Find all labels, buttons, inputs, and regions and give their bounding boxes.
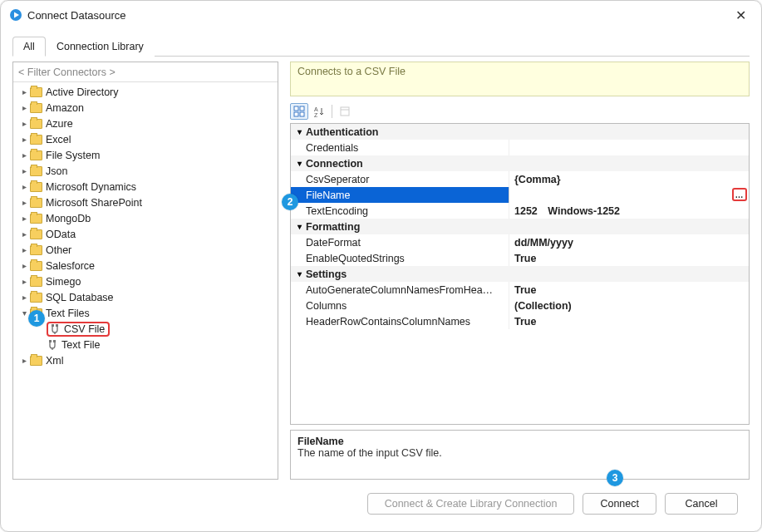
help-description: The name of the input CSV file. (297, 447, 742, 459)
chevron-down-icon[interactable]: ▾ (293, 159, 306, 168)
expander-icon[interactable]: ▸ (18, 87, 30, 96)
folder-icon (30, 87, 42, 97)
category-connection[interactable]: ▾Connection (291, 155, 749, 171)
close-icon[interactable]: ✕ (729, 6, 753, 25)
alphabetical-button[interactable]: AZ (310, 103, 328, 120)
chevron-down-icon[interactable]: ▾ (293, 269, 306, 278)
category-label: Connection (306, 158, 363, 170)
tree-item-text-files[interactable]: ▾Text Files (13, 305, 278, 321)
folder-icon (30, 261, 42, 271)
folder-icon (30, 103, 42, 113)
tree-item-label: MongoDb (46, 213, 91, 224)
filter-input[interactable]: < Filter Connectors > (13, 62, 278, 82)
svg-rect-10 (294, 112, 298, 116)
connect-button[interactable]: Connect (583, 493, 656, 515)
tree-item-label: Amazon (46, 102, 84, 114)
window-title: Connect Datasource (27, 9, 729, 22)
prop-columns[interactable]: Columns (Collection) (291, 298, 749, 313)
tree-item-microsoft-dynamics[interactable]: ▸Microsoft Dynamics (13, 179, 278, 195)
tree-item-label: Azure (46, 118, 73, 130)
categorized-button[interactable] (290, 103, 308, 120)
tree-item-label: Text Files (46, 308, 90, 319)
folder-icon (30, 182, 42, 192)
tab-all[interactable]: All (12, 37, 46, 57)
expander-icon[interactable]: ▸ (18, 261, 30, 270)
property-grid[interactable]: ▾Authentication Credentials ▾Connection … (290, 123, 750, 425)
folder-icon (30, 150, 42, 160)
tree-item-other[interactable]: ▸Other (13, 242, 278, 258)
tree-item-text-file[interactable]: Text File (13, 337, 278, 352)
tree-item-label: Xml (46, 355, 64, 367)
prop-textencoding[interactable]: TextEncoding 1252 Windows-1252 (291, 203, 749, 219)
expander-icon[interactable]: ▸ (18, 166, 30, 175)
svg-rect-9 (300, 106, 304, 111)
tree-item-salesforce[interactable]: ▸Salesforce (13, 258, 278, 273)
svg-rect-14 (341, 107, 349, 116)
folder-icon (30, 166, 42, 176)
expander-icon[interactable]: ▸ (18, 198, 30, 207)
category-formatting[interactable]: ▾Formatting (291, 219, 749, 234)
tree-item-label: OData (46, 229, 76, 240)
svg-text:Z: Z (314, 112, 318, 117)
prop-enablequotedstrings[interactable]: EnableQuotedStrings True (291, 250, 749, 266)
app-icon (9, 8, 22, 22)
chevron-down-icon[interactable]: ▾ (293, 222, 306, 231)
category-authentication[interactable]: ▾Authentication (291, 124, 749, 140)
folder-icon (30, 229, 42, 239)
tree-item-csv-file[interactable]: CSV File (13, 321, 278, 337)
tree-item-label: CSV File (64, 323, 105, 335)
prop-credentials[interactable]: Credentials (291, 140, 749, 155)
folder-icon (30, 119, 42, 129)
tab-connection-library[interactable]: Connection Library (46, 37, 155, 57)
cancel-button[interactable]: Cancel (665, 493, 738, 515)
category-settings[interactable]: ▾Settings (291, 266, 749, 282)
expander-icon[interactable]: ▸ (18, 214, 30, 223)
tree-item-amazon[interactable]: ▸Amazon (13, 100, 278, 116)
expander-icon[interactable]: ▸ (18, 245, 30, 254)
tree-item-microsoft-sharepoint[interactable]: ▸Microsoft SharePoint (13, 195, 278, 210)
connect-create-library-button: Connect & Create Library Connection (367, 493, 575, 515)
property-help: FileName The name of the input CSV file. (290, 430, 750, 480)
prop-dateformat[interactable]: DateFormat dd/MM/yyyy (291, 234, 749, 250)
tree-item-active-directory[interactable]: ▸Active Directory (13, 84, 278, 100)
category-label: Settings (306, 268, 347, 280)
svg-rect-8 (294, 106, 298, 111)
connector-icon (47, 340, 58, 350)
tree-item-sql-database[interactable]: ▸SQL Database (13, 289, 278, 305)
badge-1: 1 (28, 310, 45, 327)
tree-item-file-system[interactable]: ▸File System (13, 147, 278, 163)
tree-item-label: Microsoft Dynamics (46, 181, 136, 193)
tree-item-odata[interactable]: ▸OData (13, 226, 278, 242)
expander-icon[interactable]: ▸ (18, 103, 30, 112)
prop-csvseparator[interactable]: CsvSeperator {Comma} (291, 171, 749, 187)
prop-headerrow[interactable]: HeaderRowContainsColumnNames True (291, 313, 749, 329)
expander-icon[interactable]: ▸ (18, 293, 30, 302)
folder-icon (30, 245, 42, 255)
svg-rect-11 (300, 112, 304, 116)
browse-button[interactable]: … (732, 188, 747, 201)
folder-icon (30, 277, 42, 287)
tree-item-json[interactable]: ▸Json (13, 163, 278, 179)
svg-rect-5 (49, 340, 52, 342)
chevron-down-icon[interactable]: ▾ (293, 127, 306, 136)
prop-filename[interactable]: FileName … (291, 187, 749, 203)
tree-item-xml[interactable]: ▸Xml (13, 352, 278, 368)
tree-item-azure[interactable]: ▸Azure (13, 116, 278, 131)
prop-autogenerate[interactable]: AutoGenerateColumnNamesFromHeaderR True (291, 282, 749, 298)
connector-icon (49, 324, 61, 334)
selected-connector[interactable]: CSV File (47, 322, 110, 337)
badge-2: 2 (282, 194, 298, 210)
tree-item-mongodb[interactable]: ▸MongoDb (13, 210, 278, 226)
folder-icon (30, 293, 42, 303)
expander-icon[interactable]: ▸ (18, 229, 30, 239)
expander-icon[interactable]: ▸ (18, 277, 30, 286)
tree-item-label: Text File (61, 339, 101, 351)
tree-item-excel[interactable]: ▸Excel (13, 131, 278, 147)
expander-icon[interactable]: ▸ (18, 135, 30, 144)
expander-icon[interactable]: ▸ (18, 182, 30, 191)
expander-icon[interactable]: ▸ (18, 119, 30, 128)
tree-item-simego[interactable]: ▸Simego (13, 273, 278, 289)
expander-icon[interactable]: ▸ (18, 356, 30, 365)
expander-icon[interactable]: ▸ (18, 150, 30, 160)
connectors-tree[interactable]: ▸Active Directory▸Amazon▸Azure▸Excel▸Fil… (13, 82, 278, 479)
